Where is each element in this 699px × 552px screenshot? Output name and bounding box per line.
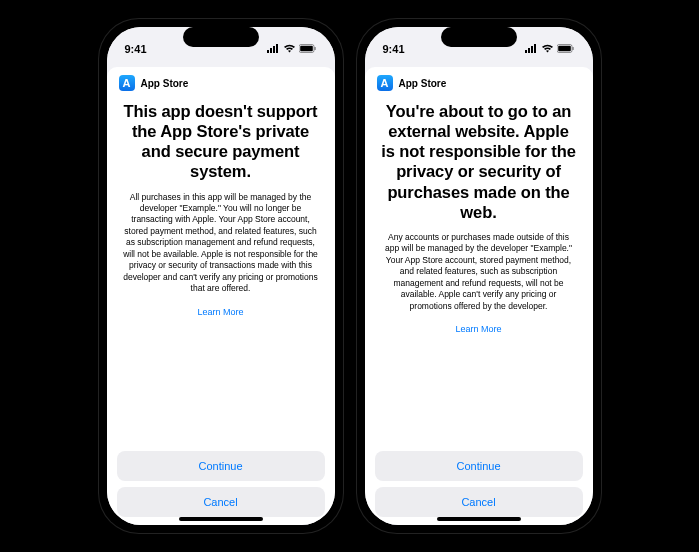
wifi-icon	[541, 43, 554, 55]
status-time: 9:41	[383, 43, 405, 55]
status-indicators	[267, 43, 317, 55]
svg-rect-1	[270, 48, 272, 53]
notch	[183, 27, 259, 47]
appstore-icon: A	[119, 75, 135, 91]
cancel-button[interactable]: Cancel	[375, 487, 583, 517]
svg-rect-0	[267, 50, 269, 53]
home-indicator	[437, 517, 521, 521]
svg-rect-8	[528, 48, 530, 53]
svg-rect-10	[534, 44, 536, 53]
modal-sheet: A App Store This app doesn't support the…	[107, 67, 335, 525]
cancel-button[interactable]: Cancel	[117, 487, 325, 517]
learn-more-link[interactable]: Learn More	[455, 324, 501, 334]
phone-mockup-left: 9:41 A App Store This app doesn't suppor…	[99, 19, 343, 533]
notch	[441, 27, 517, 47]
screen: 9:41 A App Store You're about to go to a…	[365, 27, 593, 525]
learn-more-link[interactable]: Learn More	[197, 307, 243, 317]
screen: 9:41 A App Store This app doesn't suppor…	[107, 27, 335, 525]
cellular-icon	[267, 43, 280, 55]
battery-icon	[557, 43, 575, 55]
continue-button[interactable]: Continue	[375, 451, 583, 481]
sheet-header: A App Store	[365, 67, 593, 95]
headline: You're about to go to an external websit…	[381, 101, 577, 222]
sheet-title: App Store	[399, 78, 447, 89]
status-time: 9:41	[125, 43, 147, 55]
action-buttons: Continue Cancel	[365, 441, 593, 525]
svg-rect-12	[558, 46, 571, 52]
home-indicator	[179, 517, 263, 521]
continue-button[interactable]: Continue	[117, 451, 325, 481]
battery-icon	[299, 43, 317, 55]
phone-mockup-right: 9:41 A App Store You're about to go to a…	[357, 19, 601, 533]
svg-rect-13	[572, 47, 573, 50]
body-text: Any accounts or purchases made outside o…	[381, 232, 577, 312]
sheet-title: App Store	[141, 78, 189, 89]
svg-rect-9	[531, 46, 533, 53]
cellular-icon	[525, 43, 538, 55]
sheet-content: This app doesn't support the App Store's…	[107, 95, 335, 441]
svg-rect-6	[314, 47, 315, 50]
svg-rect-5	[300, 46, 313, 52]
appstore-icon: A	[377, 75, 393, 91]
svg-rect-3	[276, 44, 278, 53]
sheet-header: A App Store	[107, 67, 335, 95]
modal-sheet: A App Store You're about to go to an ext…	[365, 67, 593, 525]
svg-rect-7	[525, 50, 527, 53]
headline: This app doesn't support the App Store's…	[123, 101, 319, 182]
body-text: All purchases in this app will be manage…	[123, 192, 319, 295]
action-buttons: Continue Cancel	[107, 441, 335, 525]
sheet-content: You're about to go to an external websit…	[365, 95, 593, 441]
svg-rect-2	[273, 46, 275, 53]
status-indicators	[525, 43, 575, 55]
wifi-icon	[283, 43, 296, 55]
